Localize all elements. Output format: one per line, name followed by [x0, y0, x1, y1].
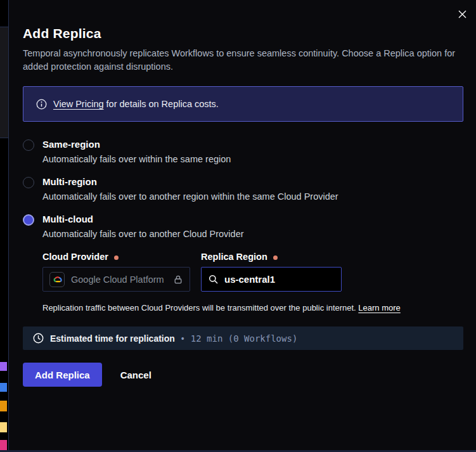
- replica-region-field-group: Replica Region: [201, 252, 342, 292]
- note-text: Replication traffic between Cloud Provid…: [42, 303, 358, 313]
- modal-title: Add Replica: [23, 0, 463, 41]
- radio-multi-cloud[interactable]: [23, 214, 34, 226]
- multi-cloud-form: Cloud Provider: [42, 252, 463, 292]
- estimate-value: 12 min (0 Workflows): [191, 333, 298, 344]
- option-label[interactable]: Multi-cloud: [42, 214, 463, 224]
- pricing-banner-suffix: for details on Replica costs.: [104, 99, 219, 109]
- info-icon: [36, 99, 47, 110]
- option-description: Automatically fails over within the same…: [42, 154, 463, 164]
- option-label[interactable]: Same-region: [42, 139, 463, 150]
- required-dot: [273, 255, 278, 260]
- google-cloud-icon: [49, 272, 65, 287]
- radio-same-region[interactable]: [23, 139, 34, 151]
- estimate-label: Estimated time for replication: [50, 333, 175, 344]
- option-multi-region: Multi-region Automatically fails over to…: [23, 176, 463, 202]
- search-icon: [209, 274, 219, 285]
- add-replica-modal: Add Replica Temporal asynchronously repl…: [9, 0, 476, 450]
- background-page-edge: [0, 0, 9, 452]
- public-internet-note: Replication traffic between Cloud Provid…: [42, 303, 463, 313]
- estimate-banner: Estimated time for replication • 12 min …: [23, 326, 463, 350]
- radio-multi-region[interactable]: [23, 177, 34, 188]
- color-stripe: [0, 362, 7, 371]
- cloud-provider-label: Cloud Provider: [42, 252, 190, 262]
- modal-description: Temporal asynchronously replicates Workf…: [23, 47, 463, 74]
- color-stripe: [0, 383, 7, 392]
- cloud-provider-value: Google Cloud Platform: [71, 274, 167, 285]
- option-label[interactable]: Multi-region: [42, 176, 463, 187]
- field-label-text: Replica Region: [201, 252, 267, 262]
- field-label-text: Cloud Provider: [42, 252, 108, 262]
- pricing-banner-text: View Pricing for details on Replica cost…: [53, 99, 219, 109]
- cloud-provider-field-group: Cloud Provider: [42, 252, 190, 292]
- close-icon: [458, 10, 467, 19]
- pricing-info-banner: View Pricing for details on Replica cost…: [23, 86, 463, 122]
- clock-icon: [33, 333, 44, 344]
- cancel-button[interactable]: Cancel: [120, 370, 151, 380]
- required-dot: [114, 255, 119, 260]
- option-same-region: Same-region Automatically fails over wit…: [23, 139, 463, 164]
- lock-icon: [173, 274, 183, 285]
- option-description: Automatically fails over to another regi…: [42, 191, 463, 202]
- replica-region-input-wrap: [201, 267, 342, 292]
- estimate-separator: •: [181, 333, 184, 344]
- close-button[interactable]: [453, 5, 471, 23]
- add-replica-button[interactable]: Add Replica: [23, 363, 102, 387]
- option-description: Automatically fails over to another Clou…: [42, 229, 463, 239]
- learn-more-link[interactable]: Learn more: [358, 303, 400, 313]
- color-stripe: [0, 401, 7, 411]
- replica-region-input[interactable]: [224, 274, 334, 285]
- color-stripe: [0, 422, 7, 432]
- cloud-provider-select[interactable]: Google Cloud Platform: [42, 267, 190, 292]
- view-pricing-link[interactable]: View Pricing: [53, 99, 104, 109]
- replica-region-label: Replica Region: [201, 252, 342, 262]
- replica-options: Same-region Automatically fails over wit…: [23, 139, 463, 313]
- modal-actions: Add Replica Cancel: [23, 363, 463, 387]
- option-multi-cloud: Multi-cloud Automatically fails over to …: [23, 214, 463, 313]
- background-panel: [0, 27, 8, 138]
